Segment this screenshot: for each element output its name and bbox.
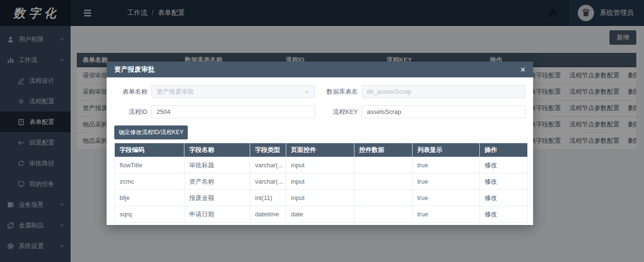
form-row: 表单名称 资产报废审批 数据库表名	[114, 85, 525, 98]
fields-table: 字段编码 字段名称 字段类型 页面控件 控件数据 列表显示 操作 flowTit…	[114, 143, 528, 223]
field-widget: input	[286, 157, 354, 174]
chevron-down-icon	[304, 89, 310, 95]
form-name-select-value: 资产报废审批	[157, 87, 304, 96]
field-show: true	[413, 190, 480, 206]
flow-id-input[interactable]	[151, 105, 315, 118]
field-data	[354, 157, 413, 174]
field-name: 申请日期	[184, 206, 250, 223]
field-widget: date	[286, 206, 354, 223]
column-header: 操作	[480, 143, 528, 157]
flow-id-label: 流程ID	[114, 108, 147, 116]
dialog-header: 资产报废审批 ×	[107, 62, 533, 77]
edit-link[interactable]: 修改	[485, 178, 497, 185]
column-header: 页面控件	[286, 143, 354, 157]
field-data	[354, 190, 413, 206]
field-widget: input	[286, 174, 354, 190]
db-table-label: 数据库表名	[315, 87, 358, 96]
dialog-body: 表单名称 资产报废审批 数据库表名 流程ID 流程KEY 确定修改流程ID/流程…	[107, 77, 533, 223]
field-code: sqrq	[115, 206, 184, 223]
field-data	[354, 206, 413, 223]
column-header: 字段编码	[115, 143, 184, 157]
table-row: bfje 报废金额 int(11) input true 修改	[115, 190, 528, 206]
table-row: flowTitle 审批标题 varchar(... input true 修改	[115, 157, 528, 174]
fields-header-row: 字段编码 字段名称 字段类型 页面控件 控件数据 列表显示 操作	[115, 143, 528, 157]
field-data	[354, 174, 413, 190]
flow-key-input[interactable]	[362, 105, 525, 118]
edit-link[interactable]: 修改	[485, 211, 497, 218]
field-code: flowTitle	[115, 157, 184, 174]
field-type: varchar(...	[250, 174, 286, 190]
db-table-input[interactable]	[362, 85, 525, 98]
field-name: 报废金额	[184, 190, 250, 206]
column-header: 字段名称	[184, 143, 250, 157]
field-name: 审批标题	[184, 157, 250, 174]
field-code: bfje	[115, 190, 184, 206]
form-row: 流程ID 流程KEY	[114, 105, 525, 118]
field-type: datetime	[250, 206, 286, 223]
close-icon[interactable]: ×	[520, 65, 525, 74]
field-name: 资产名称	[184, 174, 250, 190]
dialog-title: 资产报废审批	[114, 65, 155, 74]
form-config-dialog: 资产报废审批 × 表单名称 资产报废审批 数据库表名 流程ID 流程KEY 确定…	[107, 62, 533, 225]
field-show: true	[413, 174, 480, 190]
field-show: true	[413, 206, 480, 223]
form-name-label: 表单名称	[114, 87, 147, 96]
flow-key-label: 流程KEY	[315, 108, 358, 116]
edit-link[interactable]: 修改	[485, 194, 497, 201]
form-name-select[interactable]: 资产报废审批	[151, 85, 315, 98]
field-show: true	[413, 157, 480, 174]
table-row: sqrq 申请日期 datetime date true 修改	[115, 206, 528, 223]
table-row: zcmc 资产名称 varchar(... input true 修改	[115, 174, 528, 190]
field-code: zcmc	[115, 174, 184, 190]
field-type: varchar(...	[250, 157, 286, 174]
column-header: 列表显示	[413, 143, 480, 157]
column-header: 控件数据	[354, 143, 413, 157]
column-header: 字段类型	[250, 143, 286, 157]
edit-link[interactable]: 修改	[485, 162, 497, 169]
field-type: int(11)	[250, 190, 286, 206]
confirm-flow-update-button[interactable]: 确定修改流程ID/流程KEY	[114, 125, 188, 139]
field-widget: input	[286, 190, 354, 206]
